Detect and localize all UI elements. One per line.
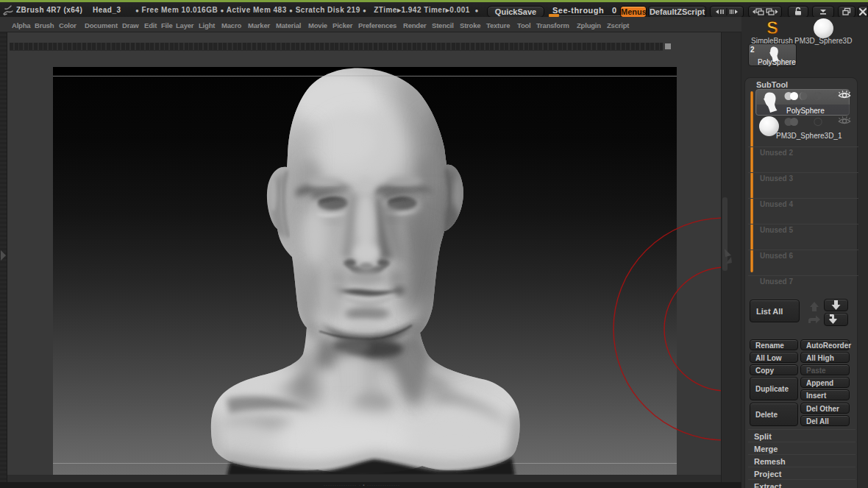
svg-text:S: S	[766, 19, 778, 36]
